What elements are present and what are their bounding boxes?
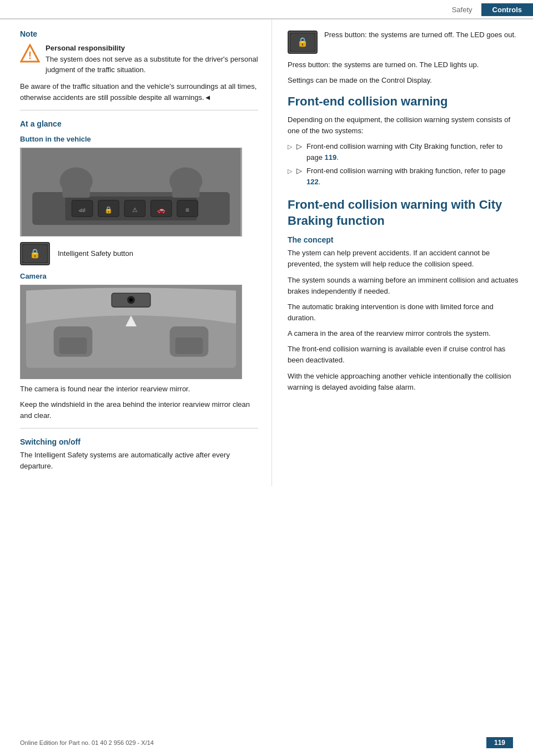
camera-image <box>20 285 242 379</box>
front-end-heading: Front-end collision warning <box>288 94 520 110</box>
bullet1-page: 119 <box>325 153 337 162</box>
svg-text:!: ! <box>28 50 32 61</box>
svg-text:🔒: 🔒 <box>29 248 41 259</box>
svg-rect-17 <box>63 184 90 198</box>
svg-text:🔒: 🔒 <box>297 37 308 47</box>
concept-p3: The automatic braking intervention is do… <box>288 301 520 324</box>
svg-rect-18 <box>172 184 199 198</box>
concept-p4: A camera in the area of the rearview mir… <box>288 328 520 339</box>
camera-text2: Keep the windshield in the area behind t… <box>20 399 258 421</box>
note-text: Personal responsibility The system does … <box>46 43 258 75</box>
page-footer: Online Edition for Part no. 01 40 2 956 … <box>0 737 533 748</box>
right-column: 🔒 Press button: the systems are turned o… <box>272 19 533 486</box>
isb-button-svg: 🔒 <box>22 244 48 263</box>
bullet-item-2: ▷ Front-end collision warning with braki… <box>288 165 520 187</box>
note-section: ! Personal responsibility The system doe… <box>20 43 258 75</box>
switching-heading: Switching on/off <box>20 437 258 446</box>
concept-p5: The front-end collision warning is avail… <box>288 344 520 366</box>
bullet-text-1: Front-end collision warning with City Br… <box>306 141 520 163</box>
note-para1: The system does not serve as a substitut… <box>46 54 258 75</box>
page-header: Safety Controls <box>0 0 533 19</box>
press-button-off-row: 🔒 Press button: the systems are turned o… <box>288 29 520 54</box>
svg-text:🔒: 🔒 <box>104 205 113 213</box>
note-para2: Be aware of the traffic situation and th… <box>20 81 258 103</box>
svg-rect-29 <box>59 337 87 354</box>
switching-text: The Intelligent Safety systems are autom… <box>20 450 258 472</box>
settings-text: Settings can be made on the Control Disp… <box>288 75 520 86</box>
svg-text:≡: ≡ <box>185 205 189 213</box>
header-controls-label: Controls <box>481 3 533 16</box>
bullet-arrow-2: ▷ <box>296 165 302 187</box>
svg-rect-30 <box>175 337 203 354</box>
page-content: Note ! Personal responsibility The syste… <box>0 19 533 486</box>
bullet-item-1: ▷ Front-end collision warning with City … <box>288 141 520 163</box>
press-button-off-icon: 🔒 <box>288 31 318 54</box>
page-number: 119 <box>486 737 513 748</box>
svg-point-25 <box>129 298 133 301</box>
concept-p1: The ystem can help prevent accidents. If… <box>288 248 520 270</box>
front-end-list: ▷ Front-end collision warning with City … <box>288 141 520 187</box>
concept-heading: The concept <box>288 235 520 244</box>
concept-p6: With the vehicle approaching another veh… <box>288 371 520 393</box>
press-off-svg: 🔒 <box>290 33 315 52</box>
front-end-intro: Depending on the equipment, the collisio… <box>288 114 520 137</box>
bullet2-page: 122 <box>306 178 319 186</box>
header-safety-label: Safety <box>443 3 481 16</box>
bullet-arrow-1: ▷ <box>296 141 302 163</box>
footer-copyright: Online Edition for Part no. 01 40 2 956 … <box>20 739 154 746</box>
button-in-vehicle-heading: Button in the vehicle <box>20 135 258 143</box>
divider2 <box>20 428 258 429</box>
note-bold: Personal responsibility <box>46 43 258 54</box>
concept-p2: The system sounds a warning before an im… <box>288 275 520 297</box>
svg-text:⚠: ⚠ <box>132 206 138 213</box>
press-button-on-text: Press button: the systems are turned on.… <box>288 59 520 70</box>
camera-text1: The camera is found near the interior re… <box>20 384 258 395</box>
left-column: Note ! Personal responsibility The syste… <box>0 19 272 486</box>
car-interior-svg: 🏎 🔒 ⚠ 🚗 ≡ <box>21 148 242 236</box>
warning-icon: ! <box>20 44 40 64</box>
isb-row: 🔒 Intelligent Safety button <box>20 242 258 265</box>
note-title: Note <box>20 29 258 38</box>
at-glance-heading: At a glance <box>20 119 258 128</box>
svg-text:🚗: 🚗 <box>157 205 165 213</box>
button-image: 🏎 🔒 ⚠ 🚗 ≡ <box>20 148 242 236</box>
isb-icon: 🔒 <box>20 242 50 265</box>
svg-text:🏎: 🏎 <box>79 205 86 213</box>
isb-label: Intelligent Safety button <box>58 249 133 258</box>
front-end-city-heading: Front-end collision warning with City Br… <box>288 197 520 229</box>
camera-interior-svg <box>21 285 242 379</box>
camera-heading: Camera <box>20 272 258 280</box>
divider1 <box>20 110 258 110</box>
press-button-off-text: Press button: the systems are turned off… <box>324 29 516 41</box>
bullet-text-2: Front-end collision warning with braking… <box>306 165 520 187</box>
